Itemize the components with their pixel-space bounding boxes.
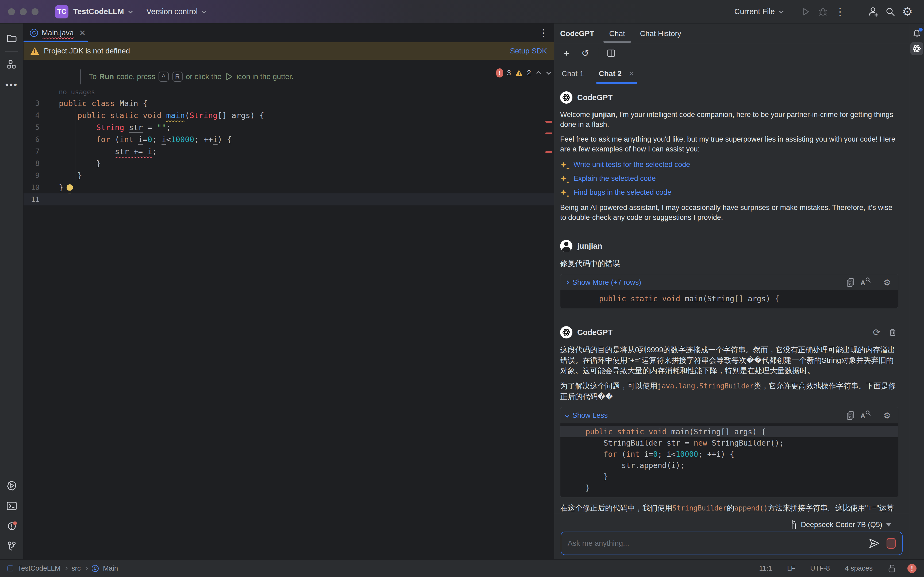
panel-toolbar: + ↺ (554, 44, 909, 62)
chat-tab-2[interactable]: Chat 2 ✕ (598, 69, 635, 84)
solution-paragraph: 为了解决这个问题，可以使用java.lang.StringBuilder类，它允… (560, 380, 898, 402)
codegpt-tool-icon[interactable] (910, 42, 923, 55)
fixed-code[interactable]: public static void main(String[] args) {… (561, 424, 898, 497)
setup-sdk-link[interactable]: Setup SDK (510, 47, 547, 55)
analyze-code-icon[interactable]: A (860, 410, 871, 421)
copy-icon[interactable] (845, 277, 856, 288)
project-menu[interactable]: TestCodeLLM (73, 7, 132, 16)
problems-tool-icon[interactable] (3, 518, 20, 535)
settings-gear-icon[interactable]: ⚙ (899, 3, 916, 20)
breadcrumb-project[interactable]: TestCodeLLM (18, 564, 60, 572)
status-bar: TestCodeLLM src C Main 11:1 LF UTF-8 4 s… (0, 559, 924, 577)
code-preview[interactable]: public static void main(String[] args) { (561, 290, 898, 308)
window-close-button[interactable] (8, 8, 15, 15)
fixed-code-card: Show Less A (560, 407, 898, 497)
code-editor[interactable]: To Run code, press ^ R or click the icon… (24, 60, 554, 559)
show-less-toggle[interactable]: Show Less (572, 411, 608, 420)
title-bar: TC TestCodeLLM Version control Current F… (0, 0, 924, 24)
code-lines[interactable]: 3public class Main {4 public static void… (24, 97, 554, 205)
indent-setting[interactable]: 4 spaces (845, 564, 873, 572)
editor-options-kebab[interactable]: ⋮ (538, 28, 548, 38)
chat-input[interactable]: Ask me anything... (561, 532, 903, 555)
error-indicator[interactable]: ! (908, 564, 916, 573)
tab-chat[interactable]: Chat (609, 24, 625, 44)
selected-tab-indicator (603, 41, 631, 43)
suggestion-item[interactable]: ✦ Write unit tests for the selected code (560, 159, 898, 170)
search-icon[interactable] (882, 3, 899, 20)
unlocked-icon[interactable] (888, 564, 896, 573)
project-tool-icon[interactable] (3, 30, 20, 47)
show-more-toggle[interactable]: Show More (+7 rows) (572, 278, 641, 287)
inspections-widget[interactable]: ! 3 2 (496, 68, 550, 77)
add-user-icon[interactable] (865, 3, 882, 20)
java-class-icon: C (92, 565, 99, 572)
breadcrumb-src[interactable]: src (71, 564, 81, 572)
caret-position[interactable]: 11:1 (759, 564, 772, 572)
analyze-code-icon[interactable]: A (860, 277, 871, 288)
vcs-menu[interactable]: Version control (147, 7, 205, 16)
copy-icon[interactable] (845, 410, 856, 421)
debug-button[interactable] (814, 3, 832, 20)
gear-icon[interactable]: ⚙ (882, 277, 893, 288)
window-minimize-button[interactable] (20, 8, 27, 15)
user-message: junjian 修复代码中的错误 Show More (+7 rows) (554, 233, 909, 319)
error-count-icon: ! (496, 68, 503, 77)
chat-tab-1[interactable]: Chat 1 (561, 69, 585, 84)
run-configuration-selector[interactable]: Current File (735, 7, 783, 16)
suggestion-item[interactable]: ✦ Find bugs in the selected code (560, 187, 898, 198)
chat-message-list[interactable]: CodeGPT Welcome junjian, I'm your intell… (554, 84, 909, 514)
assistant-message: CodeGPT ⟳ 这段代码的目的是将从0到9999的数字连接成一个字符串。然而… (554, 319, 909, 514)
left-tool-stripe: ••• (0, 24, 24, 559)
run-tool-icon[interactable] (3, 477, 20, 494)
chevron-right-icon (565, 280, 569, 285)
regenerate-icon[interactable]: ⟳ (871, 327, 882, 338)
editor-tab-main-java[interactable]: C Main.java ✕ (24, 24, 92, 42)
window-zoom-button[interactable] (32, 8, 39, 15)
sparkle-icon: ✦ (560, 188, 569, 197)
undo-icon[interactable]: ↺ (579, 47, 591, 59)
error-stripe-mark[interactable] (545, 151, 552, 153)
git-tool-icon[interactable] (3, 538, 20, 555)
user-avatar (560, 240, 572, 252)
analysis-paragraph: 这段代码的目的是将从0到9999的数字连接成一个字符串。然而，它没有正确处理可能… (560, 345, 898, 376)
chat-footer: Deepseek Coder 7B (Q5) Ask me anything..… (554, 514, 909, 559)
more-tool-windows-icon[interactable]: ••• (3, 76, 20, 93)
close-chat-icon[interactable]: ✕ (628, 70, 635, 78)
line-ending[interactable]: LF (787, 564, 795, 572)
breadcrumb-main[interactable]: Main (103, 564, 118, 572)
file-encoding[interactable]: UTF-8 (810, 564, 830, 572)
suggestion-item[interactable]: ✦ Explain the selected code (560, 173, 898, 184)
run-button[interactable] (797, 3, 814, 20)
panel-title: CodeGPT (560, 29, 594, 38)
error-stripe-mark[interactable] (545, 132, 552, 134)
gear-icon[interactable]: ⚙ (882, 410, 893, 421)
prev-problem-icon[interactable] (536, 71, 541, 76)
editor-tab-bar: C Main.java ✕ ⋮ (24, 24, 554, 42)
split-view-icon[interactable] (605, 47, 617, 59)
error-stripe-mark[interactable] (545, 121, 552, 122)
welcome-paragraph: Welcome junjian, I'm your intelligent co… (560, 110, 898, 130)
send-icon[interactable] (869, 538, 880, 548)
notifications-bell-icon[interactable] (910, 27, 923, 40)
tab-chat-history[interactable]: Chat History (640, 24, 681, 44)
attached-code-card: Show More (+7 rows) A (560, 274, 898, 308)
gutter-run-icon (225, 73, 233, 81)
new-chat-icon[interactable]: + (561, 47, 572, 59)
close-tab-icon[interactable]: ✕ (79, 28, 86, 38)
notification-dot (919, 28, 922, 32)
usages-inlay-hint[interactable]: no usages (59, 88, 95, 96)
stop-icon[interactable] (887, 538, 896, 549)
warning-icon (31, 47, 39, 55)
structure-tool-icon[interactable] (3, 56, 20, 73)
ctrl-key-icon: ^ (158, 72, 169, 82)
codegpt-panel: CodeGPT Chat Chat History + ↺ (554, 24, 909, 559)
chevron-right-icon (65, 567, 68, 570)
terminal-tool-icon[interactable] (3, 497, 20, 514)
more-actions-kebab[interactable]: ⋮ (832, 3, 849, 20)
next-problem-icon[interactable] (546, 70, 551, 74)
model-selector[interactable]: Deepseek Coder 7B (Q5) (561, 518, 903, 532)
disclaimer-paragraph: Being an AI-powered assistant, I may occ… (560, 203, 898, 222)
sparkle-icon: ✦ (560, 174, 569, 183)
java-class-icon: C (30, 29, 38, 37)
delete-icon[interactable] (887, 327, 898, 338)
